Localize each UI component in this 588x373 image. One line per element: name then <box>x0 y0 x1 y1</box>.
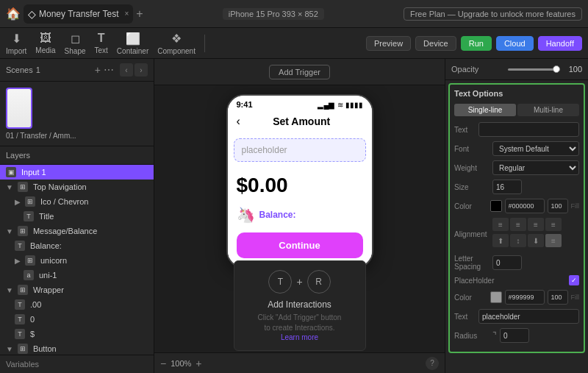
font-select[interactable]: System Default <box>492 141 579 156</box>
toolbar: ⬇ Import 🖼 Media ◻ Shape T Text ⬜ Contai… <box>0 28 588 59</box>
align-left-button[interactable]: ≡ <box>492 218 509 231</box>
tool-container[interactable]: ⬜ Container <box>117 32 148 55</box>
layer-top-nav[interactable]: ▼ ⊞ Top Navigation <box>0 180 154 194</box>
ph-opacity-input[interactable] <box>548 290 568 305</box>
zoom-value: 100% <box>171 359 191 368</box>
opacity-value: 100 <box>564 65 582 74</box>
layer-toggle-icon[interactable]: ▶ <box>15 257 21 265</box>
plus-icon: + <box>296 276 302 288</box>
phone-nav: ‹ Set Amount <box>228 110 372 132</box>
layer-toggle-icon[interactable]: ▼ <box>6 227 13 235</box>
scene-thumbnail-area: 01 / Transfer / Amm... <box>0 82 154 146</box>
nav-next-button[interactable]: › <box>135 63 148 77</box>
layer-type-group: ⊞ <box>25 196 35 207</box>
layer-ico-chevron[interactable]: ▶ ⊞ Ico / Chevron <box>0 194 154 209</box>
align-bottom-button[interactable]: ⬇ <box>528 234 544 247</box>
cloud-button[interactable]: Cloud <box>496 36 534 51</box>
layer-toggle-icon[interactable]: ▶ <box>15 198 21 206</box>
fill-label: Fill <box>571 202 580 210</box>
component-icon: ❖ <box>171 32 182 46</box>
tool-component[interactable]: ❖ Component <box>157 32 196 55</box>
radius-input[interactable] <box>500 328 529 343</box>
radius-icon: ⌝ <box>492 330 497 341</box>
scene-options-button[interactable]: ⋯ <box>104 63 114 77</box>
zoom-in-button[interactable]: + <box>196 358 201 369</box>
tab-multi-line[interactable]: Multi-line <box>517 104 579 116</box>
canvas-bottom: − 100% + ? <box>154 352 445 373</box>
phone-continue-button[interactable]: Continue <box>237 232 363 258</box>
device-button[interactable]: Device <box>415 36 456 51</box>
tool-text[interactable]: T Text <box>95 32 108 54</box>
add-scene-button[interactable]: + <box>95 63 101 77</box>
tool-media-label: Media <box>35 46 55 54</box>
layer-unicorn[interactable]: ▶ ⊞ unicorn <box>0 253 154 268</box>
layer-type-text: T <box>15 314 25 324</box>
text-icon: T <box>98 32 105 45</box>
placeholder-checkbox[interactable]: ✓ <box>569 275 579 285</box>
layer-wrapper[interactable]: ▼ ⊞ Wrapper <box>0 283 154 297</box>
align-top-button[interactable]: ⬆ <box>492 234 509 247</box>
layer-dot00[interactable]: T .00 <box>0 297 154 312</box>
main-layout: Scenes 1 + ⋯ ‹ › 01 / Transfer / Amm... … <box>0 59 588 373</box>
tool-media[interactable]: 🖼 Media <box>35 32 55 54</box>
layer-uni1[interactable]: a uni-1 <box>0 268 154 283</box>
add-trigger-button[interactable]: Add Trigger <box>269 65 330 79</box>
align-right-button[interactable]: ≡ <box>528 218 544 231</box>
preview-button[interactable]: Preview <box>366 36 411 51</box>
top-bar: 🏠 ◇ Money Transfer Test × + iPhone 15 Pr… <box>0 0 588 28</box>
ph-color-hex-input[interactable] <box>505 290 545 305</box>
layer-dollar[interactable]: T $ <box>0 327 154 341</box>
color-preview[interactable] <box>490 200 502 212</box>
interaction-icons: T + R <box>246 270 354 294</box>
ph-text-row: Text <box>454 309 579 324</box>
run-button[interactable]: Run <box>461 36 492 51</box>
ph-color-preview[interactable] <box>490 291 502 303</box>
help-button[interactable]: ? <box>426 357 439 370</box>
layer-type-group: ⊞ <box>18 344 28 354</box>
new-tab-button[interactable]: + <box>136 7 143 21</box>
phone-input-area[interactable]: placeholder <box>234 138 366 162</box>
interaction-title: Add Interactions <box>246 299 354 310</box>
layer-toggle-icon[interactable]: ▼ <box>6 286 13 294</box>
tab-single-line[interactable]: Single-line <box>454 104 516 116</box>
container-icon: ⬜ <box>126 32 140 46</box>
add-trigger-bar: Add Trigger <box>154 59 445 85</box>
color-opacity-input[interactable] <box>548 199 568 213</box>
align-center-button[interactable]: ≡ <box>510 218 526 231</box>
zoom-out-button[interactable]: − <box>160 358 166 369</box>
color-hex-input[interactable] <box>505 199 545 213</box>
layer-toggle-icon[interactable]: ▼ <box>6 345 13 353</box>
handoff-button[interactable]: Handoff <box>538 36 582 51</box>
learn-more-link[interactable]: Learn more <box>246 333 354 341</box>
layer-toggle-icon[interactable]: ▼ <box>6 183 13 191</box>
phone-amount: $0.00 <box>228 168 372 203</box>
layer-title[interactable]: T Title <box>0 209 154 224</box>
upgrade-button[interactable]: Free Plan — Upgrade to unlock more featu… <box>404 7 582 21</box>
size-input[interactable] <box>492 180 522 194</box>
ph-text-input[interactable] <box>478 309 579 324</box>
layer-balance[interactable]: T Balance: <box>0 238 154 253</box>
placeholder-header: PlaceHolder ✓ <box>454 275 579 285</box>
layer-button-group[interactable]: ▼ ⊞ Button <box>0 341 154 355</box>
layer-type-text: T <box>24 211 34 221</box>
align-baseline-button[interactable]: ≡ <box>545 234 562 247</box>
tool-import-label: Import <box>6 47 26 55</box>
scene-thumb-label: 01 / Transfer / Amm... <box>6 132 76 140</box>
phone-status-icons: ▂▄▆ ≋ ▮▮▮▮ <box>318 101 362 109</box>
radius-label: Radius <box>454 332 490 340</box>
weight-select[interactable]: Regular <box>492 160 579 175</box>
letter-spacing-input[interactable] <box>492 255 522 270</box>
layer-wrapper-label: Wrapper <box>33 285 64 294</box>
tool-import[interactable]: ⬇ Import <box>6 32 26 55</box>
align-justify-button[interactable]: ≡ <box>545 218 562 231</box>
align-middle-button[interactable]: ↕ <box>510 234 526 247</box>
layer-input1[interactable]: ▣ Input 1 <box>0 165 154 180</box>
text-field-input[interactable] <box>478 122 579 137</box>
layer-zero[interactable]: T 0 <box>0 312 154 327</box>
letter-spacing-row: Letter Spacing <box>454 255 579 271</box>
nav-prev-button[interactable]: ‹ <box>120 63 133 77</box>
scene-thumbnail[interactable] <box>6 88 32 129</box>
tool-shape[interactable]: ◻ Shape <box>65 32 86 55</box>
layer-msg-balance[interactable]: ▼ ⊞ Message/Balance <box>0 224 154 238</box>
tab-close-btn[interactable]: × <box>125 10 129 18</box>
